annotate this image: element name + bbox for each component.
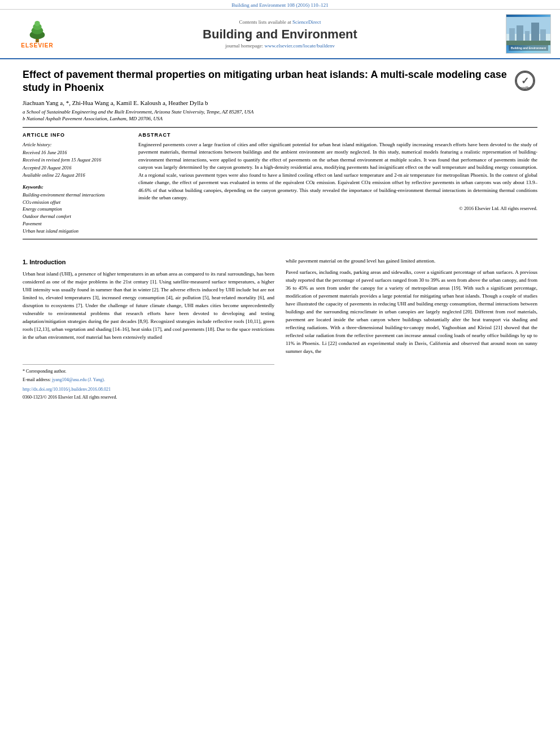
body-col-right: while pavement material on the ground le… xyxy=(286,257,537,401)
elsevier-text: ELSEVIER xyxy=(21,42,53,49)
affiliation-a: a School of Sustainable Engineering and … xyxy=(23,108,537,116)
abstract-header: ABSTRACT xyxy=(138,132,537,138)
keyword-6: Urban heat island mitigation xyxy=(23,228,127,235)
divider-top xyxy=(23,127,537,128)
abstract-text: Engineered pavements cover a large fract… xyxy=(138,141,537,202)
history-label: Article history: xyxy=(23,141,127,149)
main-body: 1. Introduction Urban heat island (UHI),… xyxy=(0,253,560,410)
keyword-2: CO₂ emission offset xyxy=(23,199,127,206)
body-columns: 1. Introduction Urban heat island (UHI),… xyxy=(23,257,537,401)
elsevier-tree-icon xyxy=(20,20,54,42)
copyright-line: © 2016 Elsevier Ltd. All rights reserved… xyxy=(138,206,537,211)
journal-citation: Building and Environment 108 (2016) 110–… xyxy=(231,2,328,8)
keyword-4: Outdoor thermal comfort xyxy=(23,213,127,220)
footnote-area: * Corresponding author. E-mail address: … xyxy=(23,364,274,384)
email-note: E-mail address: jyang104@asu.edu (J. Yan… xyxy=(23,377,274,383)
journal-homepage-link[interactable]: www.elsevier.com/locate/buildenv xyxy=(265,43,335,49)
available-date: Available online 22 August 2016 xyxy=(23,172,127,180)
received-date: Received 16 June 2016 xyxy=(23,149,127,157)
corresponding-note: * Corresponding author. xyxy=(23,368,274,375)
journal-cover-area: Building and Environment xyxy=(483,14,551,54)
journal-bar: Building and Environment 108 (2016) 110–… xyxy=(0,0,560,10)
footer-copyright: 0360-1323/© 2016 Elsevier Ltd. All right… xyxy=(23,394,274,401)
crossmark-svg: ✓ CrossMark xyxy=(516,71,534,90)
accepted-date: Accepted 20 August 2016 xyxy=(23,164,127,172)
article-info-col: ARTICLE INFO Article history: Received 1… xyxy=(23,132,127,234)
journal-cover-svg xyxy=(506,17,550,45)
header: ELSEVIER Contents lists available at Sci… xyxy=(0,10,560,59)
article-title: Effect of pavement thermal properties on… xyxy=(23,68,509,95)
crossmark-icon: ✓ CrossMark xyxy=(515,71,535,91)
email-address: jyang104@asu.edu (J. Yang). xyxy=(52,377,105,382)
crossmark-badge: ✓ CrossMark xyxy=(515,71,537,93)
elsevier-logo: ELSEVIER xyxy=(9,17,65,51)
svg-text:✓: ✓ xyxy=(521,76,529,86)
keyword-1: Building-environment thermal interaction… xyxy=(23,191,127,199)
keyword-5: Pavement xyxy=(23,220,127,228)
intro-para-2: while pavement material on the ground le… xyxy=(286,257,537,265)
journal-title: Building and Environment xyxy=(77,27,483,42)
article-info-abstract: ARTICLE INFO Article history: Received 1… xyxy=(23,132,537,234)
journal-cover-title: Building and Environment xyxy=(509,45,548,51)
elsevier-logo-area: ELSEVIER xyxy=(9,17,77,51)
svg-point-4 xyxy=(34,20,40,26)
intro-para-3: Paved surfaces, including roads, parking… xyxy=(286,269,537,355)
journal-homepage: journal homepage: www.elsevier.com/locat… xyxy=(77,43,483,49)
article-title-row: Effect of pavement thermal properties on… xyxy=(23,68,537,99)
received-revised-date: Received in revised form 15 August 2016 xyxy=(23,156,127,164)
article-content: Effect of pavement thermal properties on… xyxy=(0,59,560,253)
page: Building and Environment 108 (2016) 110–… xyxy=(0,0,560,410)
divider-bottom xyxy=(23,239,537,239)
article-info-header: ARTICLE INFO xyxy=(23,132,127,138)
abstract-col: ABSTRACT Engineered pavements cover a la… xyxy=(138,132,537,234)
body-col-left: 1. Introduction Urban heat island (UHI),… xyxy=(23,257,274,401)
journal-title-area: Contents lists available at ScienceDirec… xyxy=(77,19,483,49)
doi-link: http://dx.doi.org/10.1016/j.buildenv.201… xyxy=(23,386,274,393)
keyword-3: Energy consumption xyxy=(23,206,127,213)
intro-para-1: Urban heat island (UHI), a presence of h… xyxy=(23,270,274,341)
keywords-label: Keywords: xyxy=(23,184,127,190)
svg-rect-12 xyxy=(506,41,550,45)
sciencedirect-link[interactable]: ScienceDirect xyxy=(292,19,321,25)
contents-available-text: Contents lists available at ScienceDirec… xyxy=(77,19,483,25)
svg-text:CrossMark: CrossMark xyxy=(518,86,532,89)
section1-title: 1. Introduction xyxy=(23,257,274,267)
affiliation-b: b National Asphalt Pavement Association,… xyxy=(23,115,537,123)
affiliations: a School of Sustainable Engineering and … xyxy=(23,108,537,123)
authors: Jiachuan Yang a, *, Zhi-Hua Wang a, Kami… xyxy=(23,99,537,106)
journal-cover-image: Building and Environment xyxy=(506,14,551,54)
doi-anchor[interactable]: http://dx.doi.org/10.1016/j.buildenv.201… xyxy=(23,387,111,392)
